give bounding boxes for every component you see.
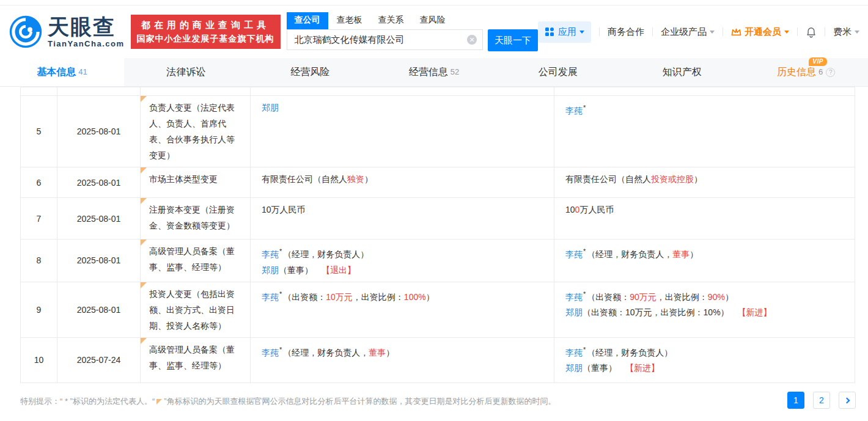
person-link[interactable]: 郑朋	[565, 363, 583, 373]
tianyancha-logo[interactable]: 天眼查 TianYanCha.com	[9, 15, 125, 49]
highlight-text: 投资或控股	[651, 174, 694, 184]
help-icon[interactable]: ?	[826, 68, 835, 77]
chevron-down-icon	[855, 31, 859, 34]
highlight-text: 90%	[708, 291, 725, 301]
chevron-right-icon	[844, 397, 850, 403]
chevron-down-icon	[579, 31, 584, 34]
logo-domain: TianYanCha.com	[48, 40, 125, 48]
person-link[interactable]: 李莼	[262, 347, 279, 357]
person-link[interactable]: 李莼	[565, 291, 583, 301]
person-link[interactable]: 李莼	[565, 106, 583, 115]
next-page-button[interactable]	[839, 392, 856, 409]
divider	[723, 27, 723, 36]
change-date-cell: 2025-08-01	[57, 198, 141, 240]
before-change-cell: 有限责任公司（自然人独资）	[251, 167, 554, 198]
cell-line: 10万人民币	[262, 202, 543, 218]
tab-count: 41	[78, 67, 87, 76]
cell-line: 李莼*（出资额：90万元，出资比例：90%）	[565, 286, 844, 305]
notifications-button[interactable]	[806, 26, 817, 38]
search-input[interactable]	[287, 29, 483, 50]
logo-swirl-icon	[9, 15, 43, 49]
cell-text: ）	[386, 347, 394, 357]
user-menu[interactable]: 费米	[833, 26, 859, 38]
footnote: 特别提示：“ * ”标识的为法定代表人。“”角标标识的为天眼查根据官网公示信息对…	[20, 396, 556, 407]
before-change-cell: 李莼*（经理，财务负责人）郑朋（董事） 【退出】	[251, 240, 554, 282]
changes-table-body: 52025-08-01负责人变更（法定代表人、负责人、首席代表、合伙事务执行人等…	[21, 87, 855, 383]
cell-line: 郑朋（出资额：10万元，出资比例：10%） 【新进】	[565, 304, 844, 320]
enterprise-products-label: 企业级产品	[661, 26, 707, 38]
enterprise-products-menu[interactable]: 企业级产品	[661, 26, 715, 38]
before-change-cell: 李莼*（经理，财务负责人，董事）	[251, 337, 554, 383]
highlight-text: 10万元	[326, 291, 353, 301]
before-change-cell: 10万人民币	[251, 198, 554, 240]
cell-text: 10	[565, 205, 575, 214]
tab-company-development[interactable]: 公司发展	[496, 58, 620, 86]
page-button-2[interactable]: 2	[813, 392, 830, 409]
cell-text: 有限责任公司（自然人	[565, 174, 651, 184]
person-link[interactable]: 郑朋	[262, 103, 279, 112]
row-number-cell: 5	[21, 96, 57, 167]
cell-line: 李莼*（经理，财务负责人）	[262, 243, 543, 262]
change-date-cell: 2025-08-01	[57, 282, 141, 337]
tab-legal-litigation[interactable]: 法律诉讼	[124, 58, 248, 86]
open-vip-button[interactable]: 开通会员	[731, 26, 789, 38]
footnote-prefix: 特别提示：“ * ”标识的为法定代表人。“	[20, 397, 155, 406]
legal-rep-asterisk: *	[583, 346, 586, 353]
person-link[interactable]: 郑朋	[262, 265, 279, 275]
tab-history-info[interactable]: 历史信息 VIP 6 ?	[744, 58, 868, 86]
clear-search-icon[interactable]: ✕	[467, 35, 477, 45]
search-tab-relation[interactable]: 查关系	[378, 12, 404, 29]
tab-intellectual-property[interactable]: 知识产权	[620, 58, 744, 86]
search-tab-boss[interactable]: 查老板	[337, 12, 362, 29]
highlight-text: 【退出】	[322, 265, 356, 275]
legal-rep-asterisk: *	[583, 290, 586, 298]
tab-label: 公司发展	[539, 66, 578, 79]
business-cooperation-link[interactable]: 商务合作	[608, 26, 644, 38]
cell-text: ）	[364, 174, 373, 184]
tab-label: 经营信息	[409, 66, 448, 79]
search-button[interactable]: 天眼一下	[488, 29, 538, 51]
cell-line: 有限责任公司（自然人投资或控股）	[565, 171, 844, 187]
highlight-text: 【新进】	[625, 363, 660, 373]
divider	[652, 27, 653, 36]
page-button-1[interactable]: 1	[787, 392, 804, 409]
highlight-text: 【新进】	[738, 307, 772, 317]
cell-text: 万人民币	[579, 205, 614, 214]
legal-rep-asterisk: *	[279, 346, 282, 353]
table-row: 52025-08-01负责人变更（法定代表人、负责人、首席代表、合伙事务执行人等…	[21, 96, 855, 167]
person-link[interactable]: 李莼	[565, 249, 583, 259]
cell-line: 有限责任公司（自然人独资）	[262, 171, 543, 187]
footnote-suffix: ”角标标识的为天眼查根据官网公示信息对比分析后平台计算的数据，其变更日期是对比分…	[164, 397, 556, 406]
person-link[interactable]: 郑朋	[565, 307, 583, 317]
apps-menu-button[interactable]: 应用	[538, 21, 591, 43]
tab-label: 经营风险	[290, 66, 329, 79]
search-main: ✕ 天眼一下	[287, 29, 538, 51]
divider	[599, 27, 600, 36]
tab-operation-info[interactable]: 经营信息 52	[372, 58, 496, 86]
tab-label: 法律诉讼	[166, 66, 205, 79]
cell-line: 100万人民币	[565, 202, 844, 218]
table-row: 72025-08-01注册资本变更（注册资金、资金数额等变更）10万人民币100…	[21, 198, 855, 240]
person-link[interactable]: 李莼	[262, 249, 279, 259]
cell-text: ）	[694, 174, 702, 184]
logo-wordmark: 天眼查 TianYanCha.com	[48, 16, 125, 48]
row-number-cell: 8	[21, 240, 57, 282]
tab-basic-info[interactable]: 基本信息 41	[0, 58, 124, 86]
cell-text: 10万人民币	[262, 205, 306, 214]
person-link[interactable]: 李莼	[565, 347, 583, 357]
change-date-cell: 2025-08-01	[57, 96, 141, 167]
cell-text: ）	[725, 291, 734, 301]
cell-text: （董事）	[279, 265, 322, 275]
promo-banner: 都在用的商业查询工具 国家中小企业发展子基金旗下机构	[131, 15, 281, 49]
change-item-cell: 高级管理人员备案（董事、监事、经理等）	[141, 240, 251, 282]
vip-badge: VIP	[809, 57, 827, 66]
cell-text: （出资额：	[283, 291, 326, 301]
corner-marker-icon	[156, 399, 162, 405]
tab-operation-risk[interactable]: 经营风险	[248, 58, 372, 86]
legal-rep-asterisk: *	[279, 247, 282, 255]
person-link[interactable]: 李莼	[262, 291, 279, 301]
search-tab-risk[interactable]: 查风险	[420, 12, 446, 29]
highlight-text: 董事	[672, 249, 690, 259]
bell-icon	[806, 26, 817, 38]
search-tab-company[interactable]: 查公司	[287, 12, 328, 29]
